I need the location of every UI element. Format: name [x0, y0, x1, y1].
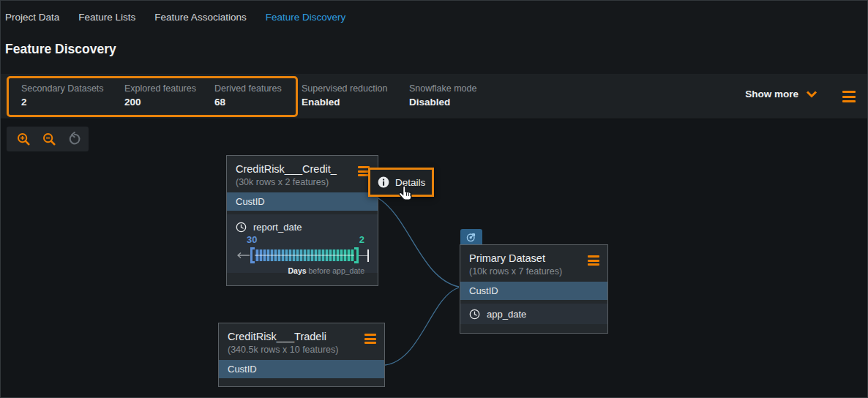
stat-value: Enabled: [302, 95, 387, 109]
time-window-feature-label: report_date: [253, 222, 302, 233]
stat-derived-features: Derived features 68: [214, 83, 282, 109]
stats-menu-icon[interactable]: [842, 91, 856, 102]
node-title: Primary Dataset: [469, 252, 599, 266]
stat-value: 2: [21, 95, 104, 109]
node-header: CreditRisk___Tradeli (340.5k rows x 10 f…: [219, 323, 384, 360]
stat-value: 200: [124, 95, 196, 109]
time-window-feature: report_date: [236, 219, 369, 234]
join-key-row[interactable]: CustID: [219, 360, 384, 378]
chevron-down-icon: [806, 91, 818, 98]
feature-discovery-page: Project Data Feature Lists Feature Assoc…: [0, 0, 868, 398]
node-subtitle: (10k rows x 7 features): [469, 266, 599, 278]
project-data-tabs: Project Data Feature Lists Feature Assoc…: [5, 12, 345, 23]
slider-track: [255, 249, 354, 261]
tab-feature-discovery[interactable]: Feature Discovery: [266, 12, 346, 23]
node-creditrisk-tradeline[interactable]: CreditRisk___Tradeli (340.5k rows x 10 f…: [218, 323, 385, 387]
join-key-row[interactable]: CustID: [460, 282, 607, 300]
stat-value: Disabled: [409, 95, 476, 109]
reset-view-icon: [67, 132, 82, 146]
feature-discovery-canvas[interactable]: [1, 119, 868, 398]
date-feature-row: app_date: [460, 304, 607, 324]
node-title: CreditRisk___Credit_: [236, 162, 369, 176]
stat-secondary-datasets: Secondary Datasets 2: [21, 83, 104, 109]
show-more-label: Show more: [745, 89, 798, 100]
reset-view-button[interactable]: [67, 132, 82, 146]
window-start-value: 30: [247, 234, 257, 247]
node-menu-icon[interactable]: [588, 255, 599, 266]
show-more-button[interactable]: Show more: [745, 89, 818, 100]
clock-icon: [236, 222, 247, 233]
tab-feature-lists[interactable]: Feature Lists: [78, 12, 135, 23]
slider-end-tick: [367, 249, 369, 262]
arrow-left-icon: [236, 252, 250, 259]
details-button[interactable]: Details: [368, 168, 434, 197]
tab-feature-associations[interactable]: Feature Associations: [154, 12, 246, 23]
node-menu-icon[interactable]: [364, 334, 376, 344]
details-label: Details: [395, 177, 425, 188]
node-header: Primary Dataset (10k rows x 7 features): [460, 245, 607, 282]
node-primary-dataset[interactable]: Primary Dataset (10k rows x 7 features) …: [460, 244, 608, 334]
window-suffix: before app_date: [309, 266, 364, 275]
node-header: CreditRisk___Credit_ (30k rows x 2 featu…: [227, 156, 378, 192]
target-icon: [465, 231, 477, 243]
tab-project-data[interactable]: Project Data: [5, 12, 59, 23]
slider-tail-line: [359, 255, 367, 256]
zoom-out-icon: [42, 132, 56, 146]
page-title: Feature Discovery: [5, 42, 116, 57]
stat-label: Supervised reduction: [302, 83, 387, 95]
stat-explored-features: Explored features 200: [124, 83, 196, 109]
node-subtitle: (30k rows x 2 features): [236, 176, 369, 189]
zoom-in-button[interactable]: [16, 132, 31, 146]
stat-label: Secondary Datasets: [21, 83, 104, 95]
zoom-in-icon: [16, 132, 31, 146]
stat-label: Explored features: [124, 83, 196, 95]
time-window-block: report_date 30 2 Days before app_date: [227, 214, 378, 273]
date-feature-label: app_date: [487, 309, 526, 320]
summary-stats-bar: Secondary Datasets 2 Explored features 2…: [1, 74, 868, 119]
info-icon: [378, 176, 389, 188]
zoom-out-button[interactable]: [42, 132, 56, 146]
stat-snowflake-mode: Snowflake mode Disabled: [409, 83, 476, 109]
time-window-labels: 30 2: [236, 234, 369, 247]
primary-dataset-tab: [460, 229, 482, 244]
clock-icon: [469, 309, 480, 320]
time-window-caption: Days before app_date: [236, 266, 369, 275]
window-unit: Days: [288, 266, 306, 275]
join-key-row[interactable]: CustID: [227, 192, 378, 211]
node-creditrisk-credit[interactable]: CreditRisk___Credit_ (30k rows x 2 featu…: [226, 155, 378, 286]
stat-label: Snowflake mode: [409, 83, 476, 95]
time-window-slider[interactable]: [236, 247, 369, 264]
stat-supervised-reduction: Supervised reduction Enabled: [302, 83, 387, 109]
window-end-value: 2: [359, 234, 364, 247]
node-title: CreditRisk___Tradeli: [228, 330, 375, 344]
node-subtitle: (340.5k rows x 10 features): [228, 344, 375, 356]
stat-value: 68: [214, 95, 282, 109]
zoom-toolbar: [7, 127, 89, 151]
stat-label: Derived features: [214, 83, 282, 95]
